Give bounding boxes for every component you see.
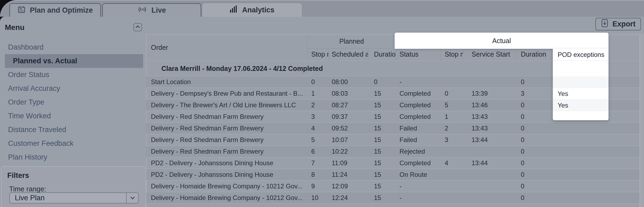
a_start-cell: 13:44 xyxy=(463,157,516,169)
tab-label: Plan and Optimize xyxy=(30,6,93,15)
a_dur-cell: 0 xyxy=(516,123,553,134)
a_dur-cell: 0 xyxy=(516,76,553,88)
table-row[interactable]: PD2 - Delivery - Johanssons Dining House… xyxy=(146,157,640,169)
a_stop-cell xyxy=(440,146,463,157)
sidebar-item-plan-history[interactable]: Plan History xyxy=(0,150,146,164)
a_stop-cell xyxy=(440,76,463,88)
p_sched-cell: 08:03 xyxy=(328,88,368,99)
pod-cell xyxy=(553,123,607,134)
time-range-select[interactable]: Live Plan xyxy=(9,192,139,203)
table-row[interactable]: Delivery - 104 E Biddle S...1112:3915- xyxy=(146,204,640,207)
sidebar-item-planned-vs-actual[interactable]: Planned vs. Actual xyxy=(5,54,143,68)
order-cell: Delivery - Red Shedman Farm Brewery xyxy=(146,123,307,134)
table-row[interactable]: Delivery - Homaide Brewing Company - 102… xyxy=(146,181,640,192)
select-divider xyxy=(126,193,127,203)
order-cell: PD2 - Delivery - Johanssons Dining House xyxy=(146,169,307,180)
p_stop-cell: 5 xyxy=(307,134,328,146)
p_dur-cell: 15 xyxy=(368,204,396,207)
table-row[interactable]: Delivery - Red Shedman Farm Brewery510:0… xyxy=(146,134,640,146)
p_sched-cell: 09:37 xyxy=(328,111,368,122)
sidebar-item-time-worked[interactable]: Time Worked xyxy=(0,109,146,123)
pod-exception-cell xyxy=(553,76,608,88)
p_stop-cell: 6 xyxy=(307,146,328,157)
column-header-planned-stop-number[interactable]: Stop n xyxy=(307,49,328,61)
sidebar-item-distance-traveled[interactable]: Distance Traveled xyxy=(0,123,146,137)
a_dur-cell: 0 xyxy=(516,99,553,111)
sidebar-item-order-type[interactable]: Order Type xyxy=(0,95,146,109)
column-header-service-start[interactable]: Service Start xyxy=(463,49,516,61)
column-header-status[interactable]: Status xyxy=(396,49,440,61)
a_stop-cell xyxy=(440,204,463,207)
sidebar-item-order-status[interactable]: Order Status xyxy=(0,68,146,82)
a_stop-cell xyxy=(440,181,463,192)
column-header-order[interactable]: Order xyxy=(146,34,307,61)
column-header-pod-exceptions[interactable]: POD exceptions xyxy=(553,49,608,61)
p_stop-cell: 11 xyxy=(307,204,328,207)
order-cell: Delivery - 104 E Biddle S... xyxy=(146,204,307,207)
pod-exceptions-column-spotlight: POD exceptions YesYes xyxy=(553,49,608,120)
a_dur-cell: 0 xyxy=(516,134,553,146)
column-header-actual-stop-number[interactable]: Stop n xyxy=(440,49,463,61)
column-header-actual-duration[interactable]: Duration xyxy=(516,49,553,61)
order-cell: Delivery - Homaide Brewing Company - 102… xyxy=(146,192,307,203)
sidebar-item-arrival-accuracy[interactable]: Arrival Accuracy xyxy=(0,82,146,95)
pod-cell xyxy=(553,157,607,169)
status-cell: Completed xyxy=(396,99,440,111)
a_start-cell: 13:39 xyxy=(463,88,516,99)
order-cell: Delivery - Red Shedman Farm Brewery xyxy=(146,146,307,157)
a_stop-cell xyxy=(440,192,463,203)
pod-cell xyxy=(553,192,607,203)
a_dur-cell: 0 xyxy=(516,169,553,180)
status-cell: Rejected xyxy=(396,146,440,157)
status-cell: Completed xyxy=(396,111,440,122)
filters-title: Filters xyxy=(7,171,29,180)
a_stop-cell: 1 xyxy=(440,111,463,122)
order-cell: Delivery - Red Shedman Farm Brewery xyxy=(146,134,307,146)
p_sched-cell: 11:24 xyxy=(328,169,368,180)
a_start-cell xyxy=(463,204,516,207)
p_stop-cell: 1 xyxy=(307,88,328,99)
a_start-cell: 13:46 xyxy=(463,99,516,111)
a_dur-cell: 0 xyxy=(516,111,553,122)
column-header-planned-duration[interactable]: Duration xyxy=(368,49,396,61)
a_dur-cell: 0 xyxy=(516,146,553,157)
p_dur-cell: 15 xyxy=(368,99,396,111)
a_dur-cell: 0 xyxy=(516,192,553,203)
p_dur-cell: 15 xyxy=(368,88,396,99)
tab-plan-and-optimize[interactable]: Plan and Optimize xyxy=(9,3,101,17)
p_stop-cell: 3 xyxy=(307,111,328,122)
sidebar-menu-title: Menu xyxy=(5,23,24,32)
table-row[interactable]: Delivery - Homaide Brewing Company - 102… xyxy=(146,192,640,204)
a_start-cell: 13:43 xyxy=(463,123,516,134)
p_stop-cell: 7 xyxy=(307,157,328,169)
order-cell: PD2 - Delivery - Johanssons Dining House xyxy=(146,157,307,169)
column-header-scheduled-arrival[interactable]: Scheduled a xyxy=(328,49,368,61)
a_start-cell xyxy=(463,146,516,157)
pod-exception-cell: Yes xyxy=(553,88,608,99)
sidebar-item-customer-feedback[interactable]: Customer Feedback xyxy=(0,137,146,150)
table-row[interactable]: PD2 - Delivery - Johanssons Dining House… xyxy=(146,169,640,181)
pod-cell xyxy=(553,169,607,180)
a_dur-cell xyxy=(516,204,553,207)
a_dur-cell: 3 xyxy=(516,88,553,99)
a_start-cell xyxy=(463,169,516,180)
status-cell: - xyxy=(396,204,440,207)
p_stop-cell: 9 xyxy=(307,181,328,192)
table-row[interactable]: Delivery - Red Shedman Farm Brewery610:2… xyxy=(146,146,640,157)
table-row[interactable]: Delivery - Red Shedman Farm Brewery409:5… xyxy=(146,123,640,134)
p_stop-cell: 2 xyxy=(307,99,328,111)
vertical-scrollbar-track[interactable] xyxy=(640,34,644,207)
p_dur-cell: 15 xyxy=(368,181,396,192)
p_stop-cell: 4 xyxy=(307,123,328,134)
sidebar-item-dashboard[interactable]: Dashboard xyxy=(0,40,146,54)
p_dur-cell: 15 xyxy=(368,123,396,134)
a_dur-cell: 0 xyxy=(516,181,553,192)
a_start-cell xyxy=(463,192,516,203)
p_dur-cell: 15 xyxy=(368,134,396,146)
p_sched-cell: 12:39 xyxy=(328,204,368,207)
sidebar-collapse-button[interactable] xyxy=(133,23,142,31)
a_stop-cell: 2 xyxy=(440,123,463,134)
status-cell: On Route xyxy=(396,169,440,180)
a_stop-cell: 5 xyxy=(440,99,463,111)
status-cell: - xyxy=(396,76,440,88)
